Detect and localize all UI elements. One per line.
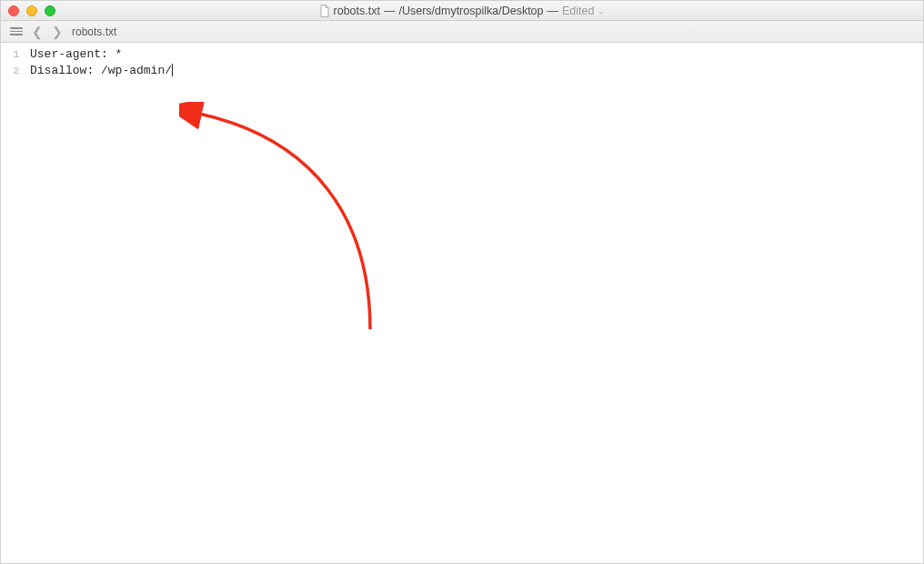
editor-window: robots.txt — /Users/dmytrospilka/Desktop…	[0, 0, 924, 564]
code-line: Disallow: /wp-admin/	[30, 63, 923, 79]
editor-content[interactable]: User-agent: * Disallow: /wp-admin/	[26, 43, 923, 563]
path-bar-filename[interactable]: robots.txt	[72, 25, 116, 38]
maximize-button[interactable]	[45, 5, 55, 16]
forward-button[interactable]: ❯	[52, 25, 63, 39]
window-title: robots.txt — /Users/dmytrospilka/Desktop…	[1, 5, 923, 17]
title-filename: robots.txt	[334, 5, 380, 17]
minimize-button[interactable]	[26, 5, 37, 16]
line-number: 1	[1, 46, 19, 63]
chevron-down-icon: ⌄	[598, 6, 605, 15]
title-path: /Users/dmytrospilka/Desktop	[398, 5, 543, 17]
text-cursor	[172, 64, 173, 76]
code-line: User-agent: *	[30, 46, 923, 63]
title-separator-2: —	[547, 5, 559, 17]
file-icon	[319, 5, 330, 17]
menu-icon[interactable]	[10, 27, 23, 35]
path-bar: ❮ ❯ robots.txt	[1, 21, 923, 43]
titlebar[interactable]: robots.txt — /Users/dmytrospilka/Desktop…	[1, 1, 923, 21]
close-button[interactable]	[8, 5, 19, 16]
line-number-gutter: 1 2	[1, 43, 26, 563]
text-editor[interactable]: 1 2 User-agent: * Disallow: /wp-admin/	[1, 43, 923, 563]
edited-label: Edited	[562, 5, 594, 17]
back-button[interactable]: ❮	[32, 25, 43, 39]
title-separator: —	[384, 5, 396, 17]
window-controls	[8, 5, 55, 16]
line-number: 2	[1, 63, 19, 79]
